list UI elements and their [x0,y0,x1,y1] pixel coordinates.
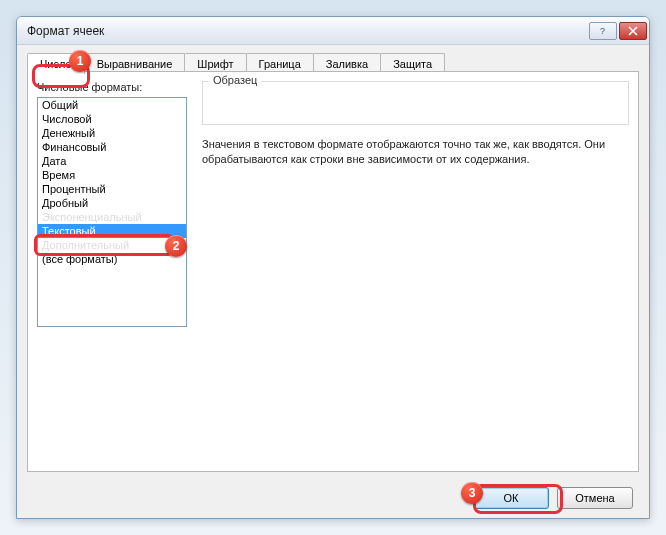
sample-group: Образец [202,81,629,125]
annotation-badge-1: 1 [69,50,91,72]
tab-label: Заливка [326,58,368,70]
tab-label: Граница [259,58,301,70]
list-item[interactable]: Дата [38,154,186,168]
list-item[interactable]: Числовой [38,112,186,126]
list-item[interactable]: Дополнительный [38,238,186,252]
svg-text:?: ? [600,26,605,36]
titlebar: Формат ячеек ? [17,17,649,45]
list-item[interactable]: (все форматы) [38,252,186,266]
format-cells-dialog: Формат ячеек ? Число Выравнивание Шрифт … [16,16,650,519]
close-icon [628,26,638,36]
sample-label: Образец [209,74,261,86]
details-column: Образец Значения в текстовом формате ото… [202,81,629,167]
list-item[interactable]: Экспоненциальный [38,210,186,224]
ok-button[interactable]: ОК [473,487,549,509]
annotation-badge-3: 3 [461,482,483,504]
list-item-selected[interactable]: Текстовый [38,224,186,238]
category-label: Числовые форматы: [37,81,187,93]
cancel-button[interactable]: Отмена [557,487,633,509]
list-item[interactable]: Время [38,168,186,182]
close-button[interactable] [619,22,647,40]
window-title: Формат ячеек [27,24,587,38]
list-item[interactable]: Денежный [38,126,186,140]
tabstrip: Число Выравнивание Шрифт Граница Заливка… [17,45,649,74]
list-item[interactable]: Дробный [38,196,186,210]
annotation-badge-2: 2 [165,235,187,257]
format-description: Значения в текстовом формате отображаютс… [202,137,629,167]
tab-label: Выравнивание [97,58,173,70]
list-item[interactable]: Общий [38,98,186,112]
tab-label: Шрифт [197,58,233,70]
tab-content: Числовые форматы: Общий Числовой Денежны… [27,71,639,472]
dialog-footer: ОК Отмена [17,478,649,518]
tab-label: Защита [393,58,432,70]
help-button[interactable]: ? [589,22,617,40]
list-item[interactable]: Процентный [38,182,186,196]
category-column: Числовые форматы: Общий Числовой Денежны… [37,81,187,327]
list-item[interactable]: Финансовый [38,140,186,154]
category-listbox[interactable]: Общий Числовой Денежный Финансовый Дата … [37,97,187,327]
tab-label: Число [40,58,72,70]
help-icon: ? [598,26,608,36]
